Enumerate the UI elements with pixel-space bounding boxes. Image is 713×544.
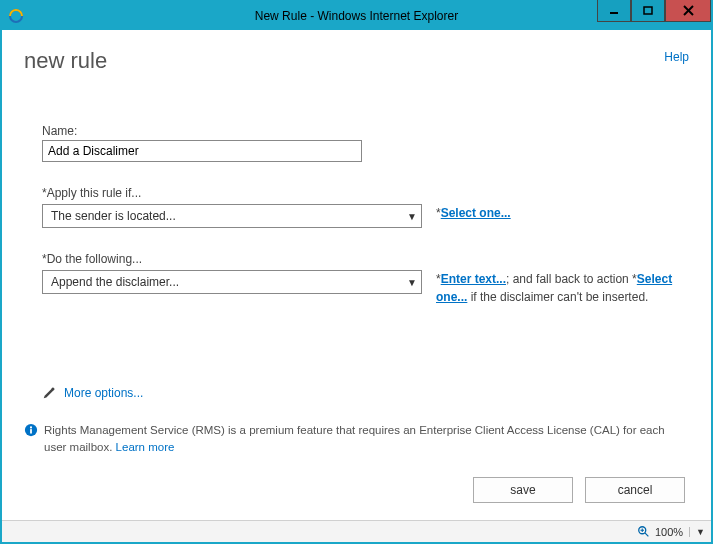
ie-icon [8,8,24,24]
button-row: save cancel [24,477,689,503]
title-bar[interactable]: New Rule - Windows Internet Explorer [2,2,711,30]
save-button[interactable]: save [473,477,573,503]
action-select[interactable]: Append the disclaimer... ▼ [42,270,422,294]
zoom-dropdown-icon[interactable]: ▼ [689,527,705,537]
window-controls [597,0,711,22]
chevron-down-icon: ▼ [407,211,417,222]
enter-text-link[interactable]: Enter text... [441,272,506,286]
pencil-icon [42,386,56,400]
cancel-button[interactable]: cancel [585,477,685,503]
learn-more-link[interactable]: Learn more [116,441,175,453]
chevron-down-icon: ▼ [407,277,417,288]
window-frame: New Rule - Windows Internet Explorer Hel… [0,0,713,544]
action-side-text: *Enter text...; and fall back to action … [436,270,686,306]
minimize-button[interactable] [597,0,631,22]
zoom-level[interactable]: 100% [655,526,683,538]
maximize-button[interactable] [631,0,665,22]
condition-select-value: The sender is located... [51,209,176,223]
name-label: Name: [42,124,689,138]
name-field[interactable] [42,140,362,162]
condition-select[interactable]: The sender is located... ▼ [42,204,422,228]
zoom-icon[interactable] [637,525,651,539]
help-link[interactable]: Help [664,50,689,64]
info-bar: Rights Management Service (RMS) is a pre… [24,422,689,457]
page-title: new rule [24,48,689,74]
svg-rect-8 [30,429,32,433]
action-label: *Do the following... [42,252,689,266]
more-options-link[interactable]: More options... [42,386,689,400]
svg-line-10 [645,532,649,536]
action-select-value: Append the disclaimer... [51,275,179,289]
content-area: Help new rule Name: *Apply this rule if.… [2,30,711,520]
svg-rect-2 [644,7,652,14]
info-icon [24,423,38,437]
condition-side-text: *Select one... [436,204,511,222]
status-bar: 100% ▼ [2,520,711,542]
close-button[interactable] [665,0,711,22]
condition-select-one-link[interactable]: Select one... [441,206,511,220]
form-area: Name: *Apply this rule if... The sender … [24,124,689,400]
more-options-label: More options... [64,386,143,400]
condition-label: *Apply this rule if... [42,186,689,200]
svg-point-7 [30,426,32,428]
